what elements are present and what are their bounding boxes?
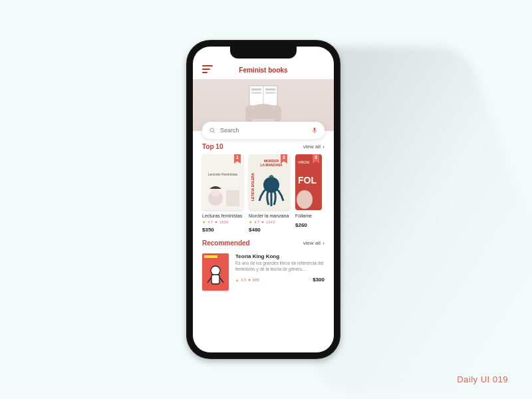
svg-rect-6: [245, 106, 253, 122]
book-title: Teoría King Kong: [235, 253, 325, 259]
svg-rect-10: [314, 128, 316, 131]
mic-icon[interactable]: [311, 126, 318, 134]
section-title: Recommended: [202, 239, 250, 247]
svg-rect-7: [273, 106, 281, 122]
screen: Feminist books: [193, 47, 334, 352]
book-card[interactable]: 1 Lecturas Feministas Lecturas feminista…: [202, 154, 243, 233]
book-price: $350: [202, 227, 243, 233]
svg-text:VIRGIN: VIRGIN: [298, 160, 310, 164]
notch: [230, 47, 297, 59]
book-price: $260: [295, 222, 322, 228]
svg-text:FOL: FOL: [298, 175, 317, 186]
svg-rect-24: [204, 255, 217, 258]
section-header-recommended: Recommended view all ›: [193, 233, 334, 251]
book-card[interactable]: 2 MORDER LA MANZANA LETICIA DOLERA: [249, 154, 290, 233]
book-meta: ★4.5 ♥888: [235, 278, 259, 283]
svg-point-25: [211, 266, 220, 275]
book-price: $480: [249, 227, 290, 233]
book-meta: ★4.7 ♥1343: [249, 219, 290, 224]
svg-rect-4: [265, 88, 275, 90]
search-input[interactable]: [220, 127, 307, 134]
svg-rect-26: [211, 275, 219, 284]
recommended-item[interactable]: Teoría King Kong Es uno de los grandes l…: [193, 251, 334, 297]
view-all-recommended[interactable]: view all ›: [303, 240, 325, 247]
chevron-right-icon: ›: [323, 240, 325, 247]
top10-row[interactable]: 1 Lecturas Feministas Lecturas feminista…: [193, 154, 334, 233]
svg-point-14: [211, 189, 219, 197]
section-title: Top 10: [202, 143, 223, 150]
book-meta: ★4.7 ♥1836: [202, 219, 243, 224]
svg-text:Lecturas Feministas: Lecturas Feministas: [208, 172, 238, 176]
svg-rect-15: [226, 190, 239, 206]
search-bar[interactable]: [202, 122, 325, 139]
book-title: Lecturas feministas: [202, 213, 243, 218]
book-card[interactable]: 3 VIRGIN FOL Fóllame $260: [295, 154, 322, 233]
menu-icon[interactable]: [202, 65, 213, 75]
page-title: Feminist books: [213, 66, 314, 74]
svg-point-22: [297, 190, 313, 209]
book-description: Es uno de los grandes libros de referenc…: [235, 261, 325, 273]
svg-rect-5: [265, 92, 275, 94]
book-cover: [202, 253, 229, 291]
book-price: $300: [313, 277, 325, 283]
top-bar: Feminist books: [193, 63, 334, 79]
book-title: Morder la manzana: [249, 213, 290, 218]
svg-rect-3: [251, 92, 261, 94]
search-icon: [209, 127, 216, 134]
phone-frame: Feminist books: [186, 40, 340, 359]
footer-label: Daily UI 019: [457, 374, 508, 384]
svg-text:LETICIA DOLERA: LETICIA DOLERA: [251, 173, 255, 201]
chevron-right-icon: ›: [323, 144, 325, 150]
svg-text:LA MANZANA: LA MANZANA: [260, 163, 283, 167]
book-title: Fóllame: [295, 213, 322, 218]
svg-rect-2: [251, 88, 261, 90]
svg-line-9: [213, 131, 215, 132]
svg-point-8: [210, 128, 214, 132]
view-all-top10[interactable]: view all ›: [303, 144, 325, 150]
